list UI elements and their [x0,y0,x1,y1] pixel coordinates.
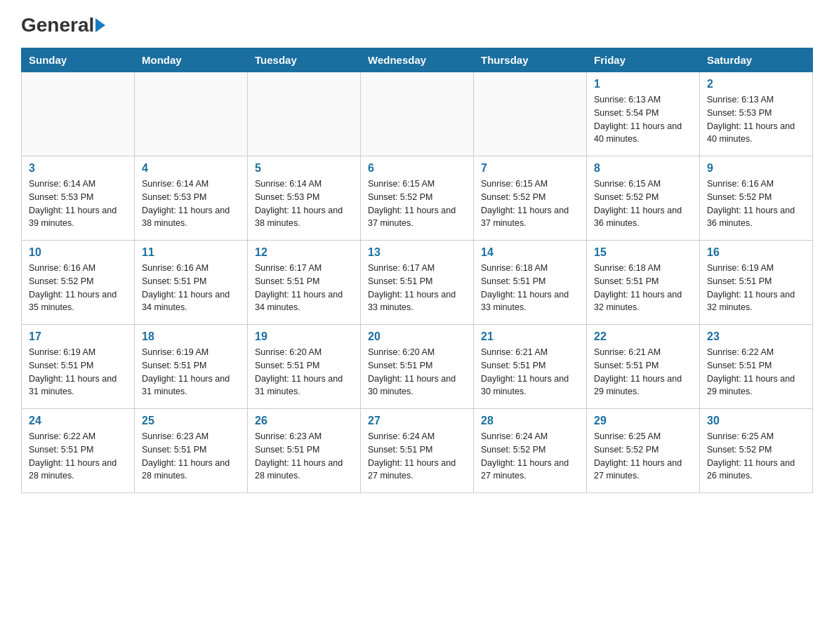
calendar-week-row: 1Sunrise: 6:13 AMSunset: 5:54 PMDaylight… [22,72,813,156]
day-info: Sunrise: 6:13 AMSunset: 5:53 PMDaylight:… [707,93,805,146]
day-info: Sunrise: 6:16 AMSunset: 5:52 PMDaylight:… [29,262,127,314]
day-info: Sunrise: 6:14 AMSunset: 5:53 PMDaylight:… [255,177,353,230]
day-number: 5 [255,162,353,175]
calendar-cell: 26Sunrise: 6:23 AMSunset: 5:51 PMDayligh… [248,409,361,493]
day-info: Sunrise: 6:19 AMSunset: 5:51 PMDaylight:… [29,346,127,398]
day-number: 3 [29,162,127,175]
calendar-cell: 22Sunrise: 6:21 AMSunset: 5:51 PMDayligh… [587,325,700,409]
calendar-cell: 28Sunrise: 6:24 AMSunset: 5:52 PMDayligh… [474,409,587,493]
calendar-cell: 16Sunrise: 6:19 AMSunset: 5:51 PMDayligh… [700,241,813,325]
day-number: 8 [594,162,692,175]
calendar-cell: 4Sunrise: 6:14 AMSunset: 5:53 PMDaylight… [135,156,248,241]
calendar-cell: 1Sunrise: 6:13 AMSunset: 5:54 PMDaylight… [587,72,700,156]
calendar-cell [248,72,361,156]
day-number: 19 [255,330,353,343]
day-info: Sunrise: 6:23 AMSunset: 5:51 PMDaylight:… [255,430,353,483]
day-number: 13 [368,246,466,259]
calendar-cell: 17Sunrise: 6:19 AMSunset: 5:51 PMDayligh… [22,325,135,409]
day-number: 6 [368,162,466,175]
day-info: Sunrise: 6:25 AMSunset: 5:52 PMDaylight:… [594,430,692,483]
day-info: Sunrise: 6:18 AMSunset: 5:51 PMDaylight:… [594,262,692,314]
day-info: Sunrise: 6:17 AMSunset: 5:51 PMDaylight:… [255,262,353,314]
day-number: 21 [481,330,579,343]
calendar-cell [474,72,587,156]
day-info: Sunrise: 6:17 AMSunset: 5:51 PMDaylight:… [368,262,466,314]
day-number: 24 [29,415,127,427]
day-info: Sunrise: 6:15 AMSunset: 5:52 PMDaylight:… [594,177,692,230]
day-number: 10 [29,246,127,259]
calendar-cell: 5Sunrise: 6:14 AMSunset: 5:53 PMDaylight… [248,156,361,241]
calendar-cell: 7Sunrise: 6:15 AMSunset: 5:52 PMDaylight… [474,156,587,241]
calendar-cell: 29Sunrise: 6:25 AMSunset: 5:52 PMDayligh… [587,409,700,493]
calendar-cell [22,72,135,156]
day-info: Sunrise: 6:24 AMSunset: 5:52 PMDaylight:… [481,430,579,483]
calendar-cell: 21Sunrise: 6:21 AMSunset: 5:51 PMDayligh… [474,325,587,409]
day-info: Sunrise: 6:20 AMSunset: 5:51 PMDaylight:… [255,346,353,398]
weekday-header-tuesday: Tuesday [248,48,361,72]
day-number: 7 [481,162,579,175]
calendar-week-row: 17Sunrise: 6:19 AMSunset: 5:51 PMDayligh… [22,325,813,409]
day-info: Sunrise: 6:22 AMSunset: 5:51 PMDaylight:… [707,346,805,398]
weekday-header-sunday: Sunday [22,48,135,72]
day-number: 9 [707,162,805,175]
day-number: 27 [368,415,466,427]
calendar-week-row: 24Sunrise: 6:22 AMSunset: 5:51 PMDayligh… [22,409,813,493]
calendar-table: SundayMondayTuesdayWednesdayThursdayFrid… [21,48,813,493]
calendar-cell: 30Sunrise: 6:25 AMSunset: 5:52 PMDayligh… [700,409,813,493]
day-info: Sunrise: 6:14 AMSunset: 5:53 PMDaylight:… [142,177,240,230]
calendar-cell: 3Sunrise: 6:14 AMSunset: 5:53 PMDaylight… [22,156,135,241]
day-number: 29 [594,415,692,427]
calendar-cell: 18Sunrise: 6:19 AMSunset: 5:51 PMDayligh… [135,325,248,409]
day-info: Sunrise: 6:21 AMSunset: 5:51 PMDaylight:… [594,346,692,398]
day-number: 20 [368,330,466,343]
calendar-cell: 19Sunrise: 6:20 AMSunset: 5:51 PMDayligh… [248,325,361,409]
day-number: 30 [707,415,805,427]
day-number: 22 [594,330,692,343]
weekday-header-monday: Monday [135,48,248,72]
calendar-cell: 25Sunrise: 6:23 AMSunset: 5:51 PMDayligh… [135,409,248,493]
day-number: 15 [594,246,692,259]
day-info: Sunrise: 6:15 AMSunset: 5:52 PMDaylight:… [481,177,579,230]
day-number: 14 [481,246,579,259]
logo: General [21,14,105,34]
logo-text: General [21,14,105,36]
day-info: Sunrise: 6:16 AMSunset: 5:51 PMDaylight:… [142,262,240,314]
day-number: 23 [707,330,805,343]
calendar-cell: 8Sunrise: 6:15 AMSunset: 5:52 PMDaylight… [587,156,700,241]
calendar-cell: 13Sunrise: 6:17 AMSunset: 5:51 PMDayligh… [361,241,474,325]
weekday-header-row: SundayMondayTuesdayWednesdayThursdayFrid… [22,48,813,72]
calendar-body: 1Sunrise: 6:13 AMSunset: 5:54 PMDaylight… [22,72,813,493]
day-info: Sunrise: 6:22 AMSunset: 5:51 PMDaylight:… [29,430,127,483]
day-info: Sunrise: 6:24 AMSunset: 5:51 PMDaylight:… [368,430,466,483]
day-info: Sunrise: 6:16 AMSunset: 5:52 PMDaylight:… [707,177,805,230]
calendar-cell: 12Sunrise: 6:17 AMSunset: 5:51 PMDayligh… [248,241,361,325]
day-info: Sunrise: 6:18 AMSunset: 5:51 PMDaylight:… [481,262,579,314]
day-number: 26 [255,415,353,427]
calendar-cell: 24Sunrise: 6:22 AMSunset: 5:51 PMDayligh… [22,409,135,493]
day-info: Sunrise: 6:19 AMSunset: 5:51 PMDaylight:… [707,262,805,314]
calendar-cell: 9Sunrise: 6:16 AMSunset: 5:52 PMDaylight… [700,156,813,241]
day-info: Sunrise: 6:21 AMSunset: 5:51 PMDaylight:… [481,346,579,398]
calendar-cell: 10Sunrise: 6:16 AMSunset: 5:52 PMDayligh… [22,241,135,325]
day-info: Sunrise: 6:13 AMSunset: 5:54 PMDaylight:… [594,93,692,146]
calendar-cell [135,72,248,156]
logo-arrow-icon [95,18,105,32]
day-number: 4 [142,162,240,175]
calendar-cell: 14Sunrise: 6:18 AMSunset: 5:51 PMDayligh… [474,241,587,325]
weekday-header-wednesday: Wednesday [361,48,474,72]
day-number: 11 [142,246,240,259]
day-number: 28 [481,415,579,427]
day-number: 25 [142,415,240,427]
day-number: 17 [29,330,127,343]
day-info: Sunrise: 6:19 AMSunset: 5:51 PMDaylight:… [142,346,240,398]
calendar-week-row: 3Sunrise: 6:14 AMSunset: 5:53 PMDaylight… [22,156,813,241]
calendar-cell: 2Sunrise: 6:13 AMSunset: 5:53 PMDaylight… [700,72,813,156]
calendar-header: SundayMondayTuesdayWednesdayThursdayFrid… [22,48,813,72]
day-info: Sunrise: 6:25 AMSunset: 5:52 PMDaylight:… [707,430,805,483]
day-info: Sunrise: 6:23 AMSunset: 5:51 PMDaylight:… [142,430,240,483]
day-info: Sunrise: 6:15 AMSunset: 5:52 PMDaylight:… [368,177,466,230]
page-header: General [21,14,813,34]
calendar-cell: 15Sunrise: 6:18 AMSunset: 5:51 PMDayligh… [587,241,700,325]
day-number: 12 [255,246,353,259]
day-info: Sunrise: 6:20 AMSunset: 5:51 PMDaylight:… [368,346,466,398]
